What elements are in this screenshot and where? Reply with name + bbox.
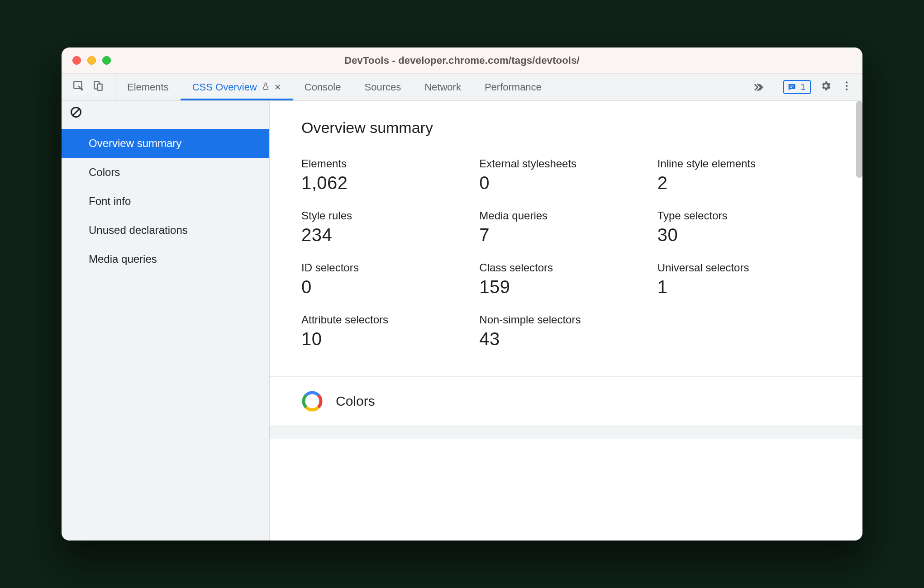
devtools-window: DevTools - developer.chrome.com/tags/dev… xyxy=(62,47,862,541)
sidebar-item-colors[interactable]: Colors xyxy=(62,158,269,187)
panel-body: Overview summary Colors Font info Unused… xyxy=(62,101,862,541)
svg-rect-2 xyxy=(98,84,102,90)
stat-label: Attribute selectors xyxy=(301,313,466,326)
tab-label: Elements xyxy=(127,81,169,93)
stat-external-stylesheets: External stylesheets 0 xyxy=(479,157,643,193)
tab-network[interactable]: Network xyxy=(413,74,473,100)
tab-label: Sources xyxy=(364,81,401,93)
stat-media-queries: Media queries 7 xyxy=(479,209,643,245)
sidebar-item-label: Font info xyxy=(89,195,131,207)
zoom-window-button[interactable] xyxy=(102,56,111,65)
svg-point-7 xyxy=(846,88,848,90)
settings-icon[interactable] xyxy=(820,80,832,95)
overview-stats-grid: Elements 1,062 External stylesheets 0 In… xyxy=(301,157,822,349)
stat-label: Non-simple selectors xyxy=(479,313,643,326)
stat-label: Type selectors xyxy=(657,209,822,222)
sidebar-item-media-queries[interactable]: Media queries xyxy=(62,245,269,274)
svg-rect-3 xyxy=(790,85,793,86)
stat-label: Inline style elements xyxy=(657,157,822,170)
stat-value: 10 xyxy=(301,329,466,349)
stat-value: 159 xyxy=(479,277,643,297)
issues-count: 1 xyxy=(800,82,805,92)
tab-label: Console xyxy=(305,81,341,93)
stat-value: 0 xyxy=(479,173,643,193)
svg-rect-0 xyxy=(74,81,81,88)
window-titlebar: DevTools - developer.chrome.com/tags/dev… xyxy=(62,47,862,74)
tab-label: CSS Overview xyxy=(192,81,257,93)
stat-label: External stylesheets xyxy=(479,157,643,170)
window-title: DevTools - developer.chrome.com/tags/dev… xyxy=(62,55,862,66)
sidebar-item-label: Unused declarations xyxy=(89,224,188,236)
close-window-button[interactable] xyxy=(72,56,81,65)
sidebar-item-overview-summary[interactable]: Overview summary xyxy=(62,129,269,158)
stat-value: 7 xyxy=(479,225,643,245)
close-panel-icon[interactable]: ✕ xyxy=(274,82,281,92)
devtools-tabstrip: Elements CSS Overview ✕ Console Sources … xyxy=(62,74,862,101)
more-tabs-button[interactable] xyxy=(746,74,773,100)
inspect-dock-controls xyxy=(62,74,115,100)
stat-universal-selectors: Universal selectors 1 xyxy=(657,261,822,297)
inspect-element-icon[interactable] xyxy=(72,80,84,95)
stat-value: 30 xyxy=(657,225,822,245)
stat-value: 43 xyxy=(479,329,643,349)
stat-value: 0 xyxy=(301,277,466,297)
overview-heading: Overview summary xyxy=(301,119,831,137)
scrollbar-thumb[interactable] xyxy=(856,101,862,178)
sidebar-item-label: Overview summary xyxy=(89,137,181,149)
sidebar-item-label: Colors xyxy=(89,166,120,178)
tab-performance[interactable]: Performance xyxy=(473,74,553,100)
panel-tabs: Elements CSS Overview ✕ Console Sources … xyxy=(115,74,746,100)
colors-section-header[interactable]: Colors xyxy=(270,376,862,426)
tab-label: Performance xyxy=(485,81,542,93)
sidebar-item-font-info[interactable]: Font info xyxy=(62,187,269,216)
more-options-icon[interactable] xyxy=(841,80,853,95)
stat-attribute-selectors: Attribute selectors 10 xyxy=(301,313,466,349)
sidebar-items: Overview summary Colors Font info Unused… xyxy=(62,126,269,274)
svg-line-9 xyxy=(73,109,79,115)
stat-style-rules: Style rules 234 xyxy=(301,209,466,245)
device-toolbar-icon[interactable] xyxy=(92,80,104,95)
minimize-window-button[interactable] xyxy=(87,56,96,65)
window-controls xyxy=(72,56,111,65)
stat-class-selectors: Class selectors 159 xyxy=(479,261,643,297)
stat-non-simple-selectors: Non-simple selectors 43 xyxy=(479,313,643,349)
stat-value: 1,062 xyxy=(301,173,466,193)
stat-label: Class selectors xyxy=(479,261,643,274)
tab-sources[interactable]: Sources xyxy=(352,74,413,100)
svg-point-6 xyxy=(846,85,848,86)
tab-css-overview[interactable]: CSS Overview ✕ xyxy=(181,74,293,100)
sidebar-item-unused-declarations[interactable]: Unused declarations xyxy=(62,216,269,245)
stat-value: 2 xyxy=(657,173,822,193)
tabstrip-actions: 1 xyxy=(773,74,862,100)
footer-spacer xyxy=(270,426,862,439)
colors-section-title: Colors xyxy=(336,394,375,409)
tab-console[interactable]: Console xyxy=(293,74,353,100)
clear-overview-icon[interactable] xyxy=(70,106,82,121)
svg-rect-4 xyxy=(790,87,792,88)
stat-value: 234 xyxy=(301,225,466,245)
stat-id-selectors: ID selectors 0 xyxy=(301,261,466,297)
css-overview-main: Overview summary Elements 1,062 External… xyxy=(270,101,862,541)
css-overview-sidebar: Overview summary Colors Font info Unused… xyxy=(62,101,270,541)
issues-counter[interactable]: 1 xyxy=(783,80,811,94)
clear-overview-bar xyxy=(62,101,269,126)
stat-value: 1 xyxy=(657,277,822,297)
stat-label: Style rules xyxy=(301,209,466,222)
stat-label: Media queries xyxy=(479,209,643,222)
stat-inline-style-elements: Inline style elements 2 xyxy=(657,157,822,193)
stat-elements: Elements 1,062 xyxy=(301,157,466,193)
stat-label: ID selectors xyxy=(301,261,466,274)
tab-label: Network xyxy=(424,81,461,93)
experimental-icon xyxy=(262,81,270,93)
stat-label: Universal selectors xyxy=(657,261,822,274)
tab-elements[interactable]: Elements xyxy=(115,74,181,100)
stat-type-selectors: Type selectors 30 xyxy=(657,209,822,245)
svg-point-5 xyxy=(846,81,848,83)
sidebar-item-label: Media queries xyxy=(89,253,157,265)
color-ring-icon xyxy=(301,390,323,412)
stat-label: Elements xyxy=(301,157,466,170)
